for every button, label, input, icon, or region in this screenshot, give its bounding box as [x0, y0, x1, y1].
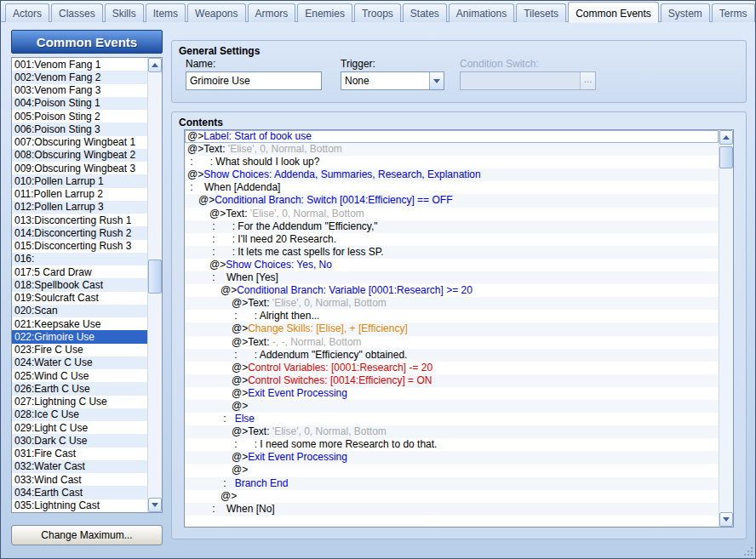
- event-row[interactable]: 017:5 Card Draw: [12, 265, 147, 278]
- event-row[interactable]: 025:Wind C Use: [12, 369, 147, 382]
- event-row[interactable]: 014:Disconcerting Rush 2: [12, 226, 147, 239]
- command-lines: @>Label: Start of book use@>Text: 'Elise…: [185, 130, 719, 527]
- event-list-scrollbar[interactable]: [147, 58, 162, 512]
- trigger-select[interactable]: None: [341, 71, 444, 90]
- command-line[interactable]: : Branch End: [185, 477, 719, 490]
- name-input[interactable]: [186, 71, 322, 90]
- command-line[interactable]: @>Control Switches: [0014:Efficiency] = …: [185, 374, 719, 387]
- command-line[interactable]: @>Label: Start of book use: [185, 130, 719, 143]
- tab-common-events[interactable]: Common Events: [568, 2, 659, 23]
- command-line[interactable]: : : I need some more Research to do that…: [185, 438, 719, 451]
- tab-items[interactable]: Items: [146, 3, 186, 22]
- event-row[interactable]: 026:Earth C Use: [12, 382, 147, 395]
- scroll-down-button[interactable]: [148, 498, 162, 512]
- command-line[interactable]: : : Addendum "Efficiency" obtained.: [185, 349, 719, 362]
- command-line[interactable]: : Else: [185, 413, 719, 425]
- tab-weapons[interactable]: Weapons: [187, 3, 245, 22]
- event-row[interactable]: 020:Scan: [12, 305, 147, 317]
- event-row[interactable]: 004:Poison Sting 1: [12, 97, 147, 110]
- event-row[interactable]: 007:Obscuring Wingbeat 1: [12, 136, 147, 149]
- event-row[interactable]: 018:Spellbook Cast: [12, 278, 147, 291]
- command-line[interactable]: @>Conditional Branch: Switch [0014:Effic…: [185, 194, 719, 207]
- event-row[interactable]: 011:Pollen Larrup 2: [12, 188, 147, 201]
- command-line[interactable]: @>Show Choices: Addenda, Summaries, Rese…: [185, 168, 719, 181]
- command-line[interactable]: : : It lets me cast spells for less SP.: [185, 246, 719, 259]
- tab-states[interactable]: States: [403, 3, 447, 22]
- event-row[interactable]: 019:Soulcraft Cast: [12, 292, 147, 305]
- event-row[interactable]: 031:Fire Cast: [12, 448, 147, 460]
- event-row[interactable]: 024:Water C Use: [12, 357, 147, 369]
- condition-switch-label: Condition Switch:: [460, 58, 539, 70]
- event-row[interactable]: 034:Earth Cast: [12, 486, 147, 499]
- event-row[interactable]: 012:Pollen Larrup 3: [12, 201, 147, 214]
- event-row[interactable]: 022:Grimoire Use: [12, 330, 147, 343]
- command-line[interactable]: : : What should I look up?: [185, 156, 719, 168]
- command-line[interactable]: @>Exit Event Processing: [185, 451, 719, 464]
- tab-actors[interactable]: Actors: [5, 3, 49, 22]
- command-line[interactable]: @>: [185, 490, 719, 503]
- command-line[interactable]: @>Text: 'Elise', 0, Normal, Bottom: [185, 425, 719, 438]
- event-row[interactable]: 021:Keepsake Use: [12, 317, 147, 330]
- command-line[interactable]: @>Text: -, -, Normal, Bottom: [185, 336, 719, 349]
- event-row[interactable]: 027:Lightning C Use: [12, 396, 147, 408]
- dropdown-button[interactable]: [429, 72, 444, 89]
- contents-scrollbar[interactable]: [719, 130, 733, 527]
- event-row[interactable]: 005:Poison Sting 2: [12, 110, 147, 123]
- event-row[interactable]: 008:Obscuring Wingbeat 2: [12, 149, 147, 162]
- command-line[interactable]: @>Text: 'Elise', 0, Normal, Bottom: [185, 297, 719, 310]
- tab-troops[interactable]: Troops: [354, 3, 401, 22]
- event-row[interactable]: 002:Venom Fang 2: [12, 71, 147, 83]
- arrow-down-icon: [723, 517, 730, 522]
- tab-skills[interactable]: Skills: [105, 3, 144, 22]
- contents-scroll-up-button[interactable]: [719, 130, 733, 145]
- event-row[interactable]: 009:Obscuring Wingbeat 3: [12, 162, 147, 174]
- command-line[interactable]: : When [No]: [185, 503, 719, 516]
- tab-armors[interactable]: Armors: [248, 3, 296, 22]
- scroll-up-button[interactable]: [148, 58, 162, 72]
- tab-terms[interactable]: Terms: [712, 3, 755, 22]
- change-maximum-button[interactable]: Change Maximum...: [11, 525, 163, 545]
- event-row[interactable]: 023:Fire C Use: [12, 344, 147, 357]
- event-row[interactable]: 010:Pollen Larrup 1: [12, 174, 147, 187]
- event-row[interactable]: 001:Venom Fang 1: [12, 58, 147, 71]
- command-line[interactable]: : When [Addenda]: [185, 181, 719, 194]
- command-line[interactable]: : : I'll need 20 Research.: [185, 233, 719, 246]
- contents-scroll-down-button[interactable]: [719, 512, 733, 527]
- command-line[interactable]: : When [Yes]: [185, 271, 719, 284]
- event-row[interactable]: 032:Water Cast: [12, 460, 147, 473]
- event-row[interactable]: 006:Poison Sting 3: [12, 123, 147, 135]
- tab-bar: ActorsClassesSkillsItemsWeaponsArmorsEne…: [1, 1, 755, 22]
- command-line[interactable]: @>Conditional Branch: Variable [0001:Res…: [185, 284, 719, 297]
- event-row[interactable]: 015:Disconcerting Rush 3: [12, 240, 147, 253]
- tab-system[interactable]: System: [661, 3, 710, 22]
- event-row[interactable]: 028:Ice C Use: [12, 408, 147, 421]
- command-line[interactable]: : : For the Addendum "Efficiency,": [185, 220, 719, 233]
- event-row[interactable]: 013:Disconcerting Rush 1: [12, 214, 147, 226]
- command-line[interactable]: @>: [185, 464, 719, 476]
- command-line[interactable]: @>Change Skills: [Elise], + [Efficiency]: [185, 322, 719, 335]
- command-line[interactable]: @>: [185, 400, 719, 413]
- command-line[interactable]: @>Control Variables: [0001:Research] -= …: [185, 362, 719, 374]
- command-line[interactable]: @>Text: 'Elise', 0, Normal, Bottom: [185, 208, 719, 220]
- resize-grip[interactable]: [742, 545, 753, 556]
- contents-scroll-thumb[interactable]: [719, 146, 733, 168]
- event-row[interactable]: 016:: [12, 253, 147, 265]
- scroll-thumb[interactable]: [148, 260, 162, 294]
- command-line[interactable]: @>Text: 'Elise', 0, Normal, Bottom: [185, 143, 719, 156]
- event-row[interactable]: 035:Lightning Cast: [12, 499, 147, 512]
- tab-tilesets[interactable]: Tilesets: [516, 3, 566, 22]
- event-row[interactable]: 030:Dark C Use: [12, 434, 147, 447]
- tab-enemies[interactable]: Enemies: [297, 3, 352, 22]
- command-line[interactable]: @>Exit Event Processing: [185, 387, 719, 400]
- arrow-up-icon: [723, 135, 730, 140]
- event-row[interactable]: 029:Light C Use: [12, 421, 147, 434]
- event-list: 001:Venom Fang 1002:Venom Fang 2003:Veno…: [11, 57, 163, 513]
- tab-animations[interactable]: Animations: [449, 3, 514, 22]
- command-line[interactable]: @>Show Choices: Yes, No: [185, 259, 719, 271]
- name-label: Name:: [186, 58, 215, 70]
- tab-classes[interactable]: Classes: [51, 3, 103, 22]
- event-commands-list: @>Label: Start of book use@>Text: 'Elise…: [184, 129, 734, 528]
- event-row[interactable]: 033:Wind Cast: [12, 473, 147, 486]
- event-row[interactable]: 003:Venom Fang 3: [12, 84, 147, 97]
- command-line[interactable]: : : Alright then...: [185, 310, 719, 322]
